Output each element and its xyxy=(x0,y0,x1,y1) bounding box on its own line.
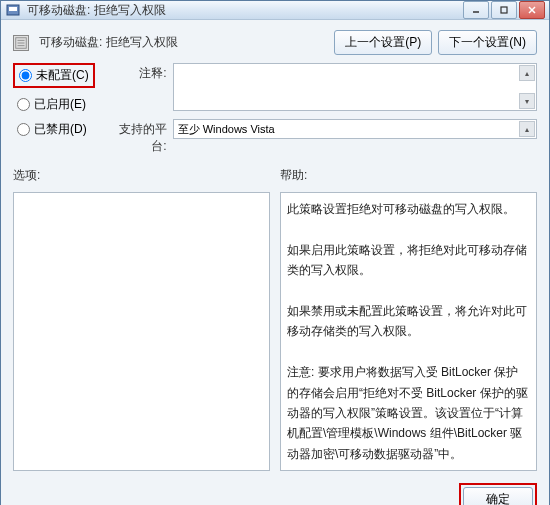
page-title: 可移动磁盘: 拒绝写入权限 xyxy=(39,34,324,51)
next-setting-button[interactable]: 下一个设置(N) xyxy=(438,30,537,55)
nav-buttons: 上一个设置(P) 下一个设置(N) xyxy=(334,30,537,55)
radio-disabled-label[interactable]: 已禁用(D) xyxy=(34,121,87,138)
radio-not-configured[interactable] xyxy=(19,69,32,82)
panels: 此策略设置拒绝对可移动磁盘的写入权限。 如果启用此策略设置，将拒绝对此可移动存储… xyxy=(13,192,537,471)
scroll-down-icon[interactable]: ▾ xyxy=(519,93,535,109)
prev-setting-button[interactable]: 上一个设置(P) xyxy=(334,30,432,55)
dialog-content: 可移动磁盘: 拒绝写入权限 上一个设置(P) 下一个设置(N) 未配置(C) 已… xyxy=(1,20,549,505)
options-label: 选项: xyxy=(13,167,270,184)
platform-field: 至少 Windows Vista ▴ xyxy=(173,119,537,139)
scroll-up-icon[interactable]: ▴ xyxy=(519,121,535,137)
radio-enabled-label[interactable]: 已启用(E) xyxy=(34,96,86,113)
radio-enabled[interactable] xyxy=(17,98,30,111)
comment-row: 注释: ▴ ▾ xyxy=(107,63,537,111)
platform-label: 支持的平台: xyxy=(107,119,167,155)
radio-disabled[interactable] xyxy=(17,123,30,136)
ok-highlight: 确定 xyxy=(459,483,537,505)
help-label: 帮助: xyxy=(280,167,537,184)
platform-value: 至少 Windows Vista xyxy=(178,122,275,137)
minimize-button[interactable] xyxy=(463,1,489,19)
radio-not-configured-label[interactable]: 未配置(C) xyxy=(36,67,89,84)
comment-textarea[interactable]: ▴ ▾ xyxy=(173,63,537,111)
radio-enabled-wrap: 已启用(E) xyxy=(13,96,95,113)
options-panel xyxy=(13,192,270,471)
maximize-button[interactable] xyxy=(491,1,517,19)
policy-dialog: 可移动磁盘: 拒绝写入权限 可移动磁盘: 拒绝写入权限 上一个设置(P) 下一个… xyxy=(0,0,550,505)
header-row: 可移动磁盘: 拒绝写入权限 上一个设置(P) 下一个设置(N) xyxy=(13,30,537,55)
comment-label: 注释: xyxy=(107,63,167,82)
close-button[interactable] xyxy=(519,1,545,19)
titlebar: 可移动磁盘: 拒绝写入权限 xyxy=(1,1,549,20)
ok-button[interactable]: 确定 xyxy=(463,487,533,505)
radio-not-configured-wrap: 未配置(C) xyxy=(13,63,95,88)
help-text: 此策略设置拒绝对可移动磁盘的写入权限。 如果启用此策略设置，将拒绝对此可移动存储… xyxy=(287,199,530,464)
svg-rect-3 xyxy=(501,7,507,13)
app-icon xyxy=(5,2,21,18)
scroll-up-icon[interactable]: ▴ xyxy=(519,65,535,81)
radio-disabled-wrap: 已禁用(D) xyxy=(13,121,95,138)
svg-rect-1 xyxy=(9,7,17,11)
platform-row: 支持的平台: 至少 Windows Vista ▴ xyxy=(107,119,537,155)
window-title: 可移动磁盘: 拒绝写入权限 xyxy=(27,2,463,19)
radio-group: 未配置(C) 已启用(E) 已禁用(D) xyxy=(13,63,95,155)
fields-column: 注释: ▴ ▾ 支持的平台: 至少 Windows Vista ▴ xyxy=(107,63,537,155)
footer: 确定 xyxy=(13,479,537,505)
window-controls xyxy=(463,1,545,19)
policy-icon xyxy=(13,35,29,51)
config-area: 未配置(C) 已启用(E) 已禁用(D) 注释: ▴ ▾ xyxy=(13,63,537,155)
panel-labels: 选项: 帮助: xyxy=(13,167,537,184)
help-panel: 此策略设置拒绝对可移动磁盘的写入权限。 如果启用此策略设置，将拒绝对此可移动存储… xyxy=(280,192,537,471)
